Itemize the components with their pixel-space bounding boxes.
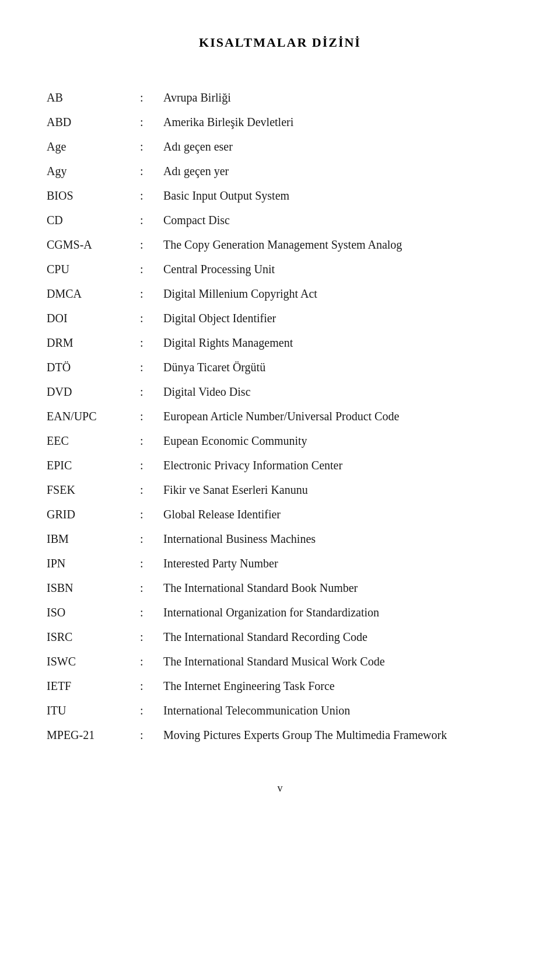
table-row: EAN/UPC:European Article Number/Universa… [47,404,513,428]
abbreviation-cell: ISRC [47,625,140,649]
abbreviation-cell: EEC [47,428,140,453]
page-title: KISALTMALAR DİZİNİ [47,35,513,50]
table-row: Age:Adı geçen eser [47,134,513,159]
definition-cell: Central Processing Unit [163,257,513,281]
definition-cell: Global Release Identifier [163,502,513,527]
colon-cell: : [140,355,163,379]
definition-cell: Digital Object Identifier [163,306,513,330]
colon-cell: : [140,134,163,159]
abbreviation-cell: DOI [47,306,140,330]
table-row: ITU:International Telecommunication Unio… [47,698,513,723]
definition-cell: Digital Rights Management [163,330,513,355]
colon-cell: : [140,674,163,698]
abbreviation-cell: BIOS [47,183,140,208]
definition-cell: The International Standard Musical Work … [163,649,513,674]
definition-cell: Adı geçen eser [163,134,513,159]
abbreviation-cell: EPIC [47,453,140,477]
colon-cell: : [140,257,163,281]
colon-cell: : [140,477,163,502]
definition-cell: Adı geçen yer [163,159,513,183]
colon-cell: : [140,551,163,576]
abbreviation-cell: GRID [47,502,140,527]
colon-cell: : [140,85,163,110]
definition-cell: Electronic Privacy Information Center [163,453,513,477]
colon-cell: : [140,576,163,600]
abbreviation-cell: IBM [47,527,140,551]
abbreviation-cell: DMCA [47,281,140,306]
colon-cell: : [140,600,163,625]
table-row: EPIC:Electronic Privacy Information Cent… [47,453,513,477]
colon-cell: : [140,379,163,404]
table-row: IETF:The Internet Engineering Task Force [47,674,513,698]
table-row: CD:Compact Disc [47,208,513,232]
table-row: DOI:Digital Object Identifier [47,306,513,330]
definition-cell: Basic Input Output System [163,183,513,208]
page-footer: v [47,782,513,794]
table-row: DTÖ:Dünya Ticaret Örgütü [47,355,513,379]
abbreviation-cell: DTÖ [47,355,140,379]
table-row: ISRC:The International Standard Recordin… [47,625,513,649]
table-row: FSEK:Fikir ve Sanat Eserleri Kanunu [47,477,513,502]
table-row: IBM:International Business Machines [47,527,513,551]
colon-cell: : [140,723,163,747]
table-row: IPN:Interested Party Number [47,551,513,576]
definition-cell: The Internet Engineering Task Force [163,674,513,698]
abbreviation-cell: ITU [47,698,140,723]
definition-cell: Moving Pictures Experts Group The Multim… [163,723,513,747]
definition-cell: International Telecommunication Union [163,698,513,723]
definition-cell: Compact Disc [163,208,513,232]
abbreviation-cell: ISBN [47,576,140,600]
table-row: DRM:Digital Rights Management [47,330,513,355]
definition-cell: Fikir ve Sanat Eserleri Kanunu [163,477,513,502]
definition-cell: Interested Party Number [163,551,513,576]
colon-cell: : [140,649,163,674]
colon-cell: : [140,110,163,134]
abbreviation-cell: ABD [47,110,140,134]
colon-cell: : [140,428,163,453]
table-row: MPEG-21:Moving Pictures Experts Group Th… [47,723,513,747]
abbreviation-cell: ISWC [47,649,140,674]
table-row: GRID:Global Release Identifier [47,502,513,527]
colon-cell: : [140,625,163,649]
colon-cell: : [140,232,163,257]
table-row: CPU:Central Processing Unit [47,257,513,281]
definition-cell: European Article Number/Universal Produc… [163,404,513,428]
colon-cell: : [140,527,163,551]
table-row: CGMS-A:The Copy Generation Management Sy… [47,232,513,257]
colon-cell: : [140,208,163,232]
definition-cell: Digital Video Disc [163,379,513,404]
colon-cell: : [140,453,163,477]
table-row: BIOS:Basic Input Output System [47,183,513,208]
table-row: AB:Avrupa Birliği [47,85,513,110]
table-row: ABD:Amerika Birleşik Devletleri [47,110,513,134]
colon-cell: : [140,330,163,355]
abbreviation-cell: IPN [47,551,140,576]
table-row: DMCA:Digital Millenium Copyright Act [47,281,513,306]
table-row: ISWC:The International Standard Musical … [47,649,513,674]
colon-cell: : [140,306,163,330]
colon-cell: : [140,502,163,527]
definition-cell: International Business Machines [163,527,513,551]
colon-cell: : [140,698,163,723]
abbreviation-cell: IETF [47,674,140,698]
abbreviation-cell: EAN/UPC [47,404,140,428]
definition-cell: The Copy Generation Management System An… [163,232,513,257]
definition-cell: Amerika Birleşik Devletleri [163,110,513,134]
table-row: ISO:International Organization for Stand… [47,600,513,625]
table-row: Agy:Adı geçen yer [47,159,513,183]
abbreviation-cell: CGMS-A [47,232,140,257]
abbreviation-cell: MPEG-21 [47,723,140,747]
definition-cell: Eupean Economic Community [163,428,513,453]
definition-cell: The International Standard Book Number [163,576,513,600]
colon-cell: : [140,404,163,428]
abbreviation-cell: Age [47,134,140,159]
abbreviation-cell: CD [47,208,140,232]
abbreviation-cell: Agy [47,159,140,183]
colon-cell: : [140,159,163,183]
abbreviation-cell: FSEK [47,477,140,502]
abbreviation-cell: CPU [47,257,140,281]
definition-cell: The International Standard Recording Cod… [163,625,513,649]
abbreviation-cell: ISO [47,600,140,625]
table-row: ISBN:The International Standard Book Num… [47,576,513,600]
abbreviation-cell: DVD [47,379,140,404]
